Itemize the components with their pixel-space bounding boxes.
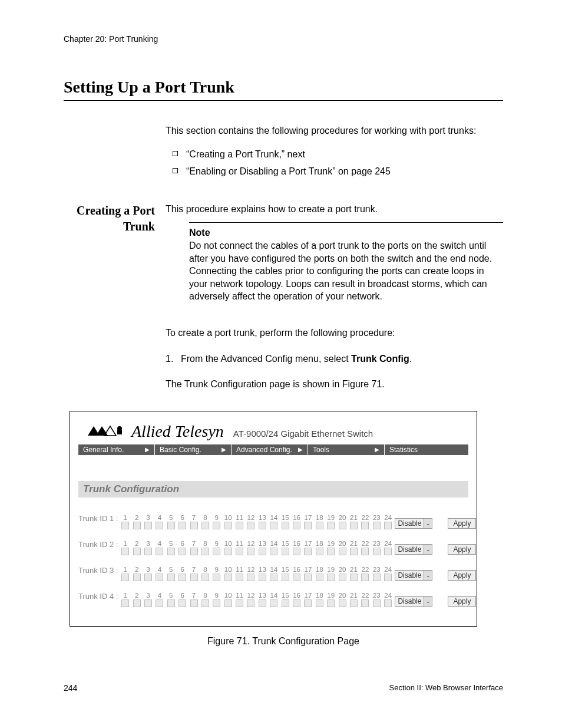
port-checkbox[interactable] [133, 599, 141, 607]
trunk-state-select[interactable]: Disable⌄ [395, 544, 432, 555]
port-checkbox[interactable] [144, 522, 152, 529]
port-checkbox[interactable] [327, 522, 335, 529]
port-checkbox[interactable] [144, 574, 152, 581]
port-checkbox[interactable] [282, 548, 289, 555]
nav-statistics[interactable]: Statistics [385, 444, 468, 455]
port-checkbox[interactable] [144, 599, 152, 607]
port-checkbox[interactable] [270, 574, 277, 581]
trunk-state-select[interactable]: Disable⌄ [395, 518, 432, 529]
port-checkbox[interactable] [156, 574, 163, 581]
port-checkbox[interactable] [384, 548, 392, 555]
port-checkbox[interactable] [156, 548, 163, 555]
port-checkbox[interactable] [156, 599, 163, 607]
port-checkbox[interactable] [190, 574, 198, 581]
port-checkbox[interactable] [247, 522, 254, 529]
port-checkbox[interactable] [121, 522, 129, 529]
port-checkbox[interactable] [167, 574, 175, 581]
nav-general-info[interactable]: General Info.▶ [78, 444, 155, 455]
port-checkbox[interactable] [190, 548, 198, 555]
apply-button[interactable]: Apply [448, 570, 476, 581]
port-checkbox[interactable] [201, 522, 209, 529]
port-checkbox[interactable] [167, 548, 175, 555]
port-checkbox[interactable] [224, 574, 232, 581]
port-checkbox[interactable] [350, 548, 358, 555]
port-checkbox[interactable] [293, 574, 300, 581]
port-checkbox[interactable] [384, 599, 392, 607]
port-checkbox[interactable] [213, 548, 220, 555]
port-checkbox[interactable] [316, 599, 323, 607]
port-checkbox[interactable] [259, 522, 266, 529]
port-checkbox[interactable] [384, 574, 392, 581]
port-checkbox[interactable] [236, 548, 243, 555]
port-checkbox[interactable] [327, 599, 335, 607]
port-checkbox[interactable] [361, 548, 369, 555]
port-checkbox[interactable] [270, 599, 277, 607]
port-checkbox[interactable] [316, 522, 323, 529]
port-checkbox[interactable] [373, 599, 381, 607]
port-checkbox[interactable] [293, 548, 300, 555]
port-checkbox[interactable] [213, 574, 220, 581]
nav-advanced-config[interactable]: Advanced Config.▶ [232, 444, 308, 455]
port-checkbox[interactable] [327, 574, 335, 581]
apply-button[interactable]: Apply [448, 544, 476, 555]
port-checkbox[interactable] [178, 599, 186, 607]
port-checkbox[interactable] [121, 574, 129, 581]
port-checkbox[interactable] [316, 548, 323, 555]
port-checkbox[interactable] [350, 522, 358, 529]
trunk-state-select[interactable]: Disable⌄ [395, 596, 432, 607]
port-checkbox[interactable] [178, 574, 186, 581]
port-checkbox[interactable] [304, 574, 312, 581]
port-checkbox[interactable] [339, 599, 346, 607]
port-checkbox[interactable] [224, 548, 232, 555]
port-checkbox[interactable] [293, 599, 300, 607]
port-checkbox[interactable] [201, 574, 209, 581]
port-checkbox[interactable] [304, 599, 312, 607]
apply-button[interactable]: Apply [448, 596, 476, 607]
port-checkbox[interactable] [384, 522, 392, 529]
port-checkbox[interactable] [259, 548, 266, 555]
port-checkbox[interactable] [282, 599, 289, 607]
port-checkbox[interactable] [339, 522, 346, 529]
port-checkbox[interactable] [201, 599, 209, 607]
port-checkbox[interactable] [327, 548, 335, 555]
port-checkbox[interactable] [133, 522, 141, 529]
port-checkbox[interactable] [339, 548, 346, 555]
port-checkbox[interactable] [259, 599, 266, 607]
port-checkbox[interactable] [236, 599, 243, 607]
port-checkbox[interactable] [190, 599, 198, 607]
port-checkbox[interactable] [167, 599, 175, 607]
port-checkbox[interactable] [282, 522, 289, 529]
port-checkbox[interactable] [350, 574, 358, 581]
apply-button[interactable]: Apply [448, 518, 476, 529]
port-checkbox[interactable] [282, 574, 289, 581]
port-checkbox[interactable] [293, 522, 300, 529]
port-checkbox[interactable] [178, 548, 186, 555]
nav-basic-config[interactable]: Basic Config.▶ [155, 444, 232, 455]
port-checkbox[interactable] [144, 548, 152, 555]
port-checkbox[interactable] [270, 522, 277, 529]
port-checkbox[interactable] [156, 522, 163, 529]
port-checkbox[interactable] [270, 548, 277, 555]
port-checkbox[interactable] [259, 574, 266, 581]
port-checkbox[interactable] [224, 599, 232, 607]
port-checkbox[interactable] [361, 599, 369, 607]
port-checkbox[interactable] [373, 522, 381, 529]
port-checkbox[interactable] [133, 548, 141, 555]
port-checkbox[interactable] [304, 548, 312, 555]
port-checkbox[interactable] [236, 522, 243, 529]
port-checkbox[interactable] [213, 599, 220, 607]
port-checkbox[interactable] [247, 599, 254, 607]
port-checkbox[interactable] [304, 522, 312, 529]
port-checkbox[interactable] [201, 548, 209, 555]
port-checkbox[interactable] [224, 522, 232, 529]
port-checkbox[interactable] [236, 574, 243, 581]
port-checkbox[interactable] [190, 522, 198, 529]
port-checkbox[interactable] [121, 548, 129, 555]
port-checkbox[interactable] [133, 574, 141, 581]
port-checkbox[interactable] [361, 574, 369, 581]
port-checkbox[interactable] [350, 599, 358, 607]
trunk-state-select[interactable]: Disable⌄ [395, 570, 432, 581]
port-checkbox[interactable] [247, 548, 254, 555]
port-checkbox[interactable] [339, 574, 346, 581]
port-checkbox[interactable] [213, 522, 220, 529]
